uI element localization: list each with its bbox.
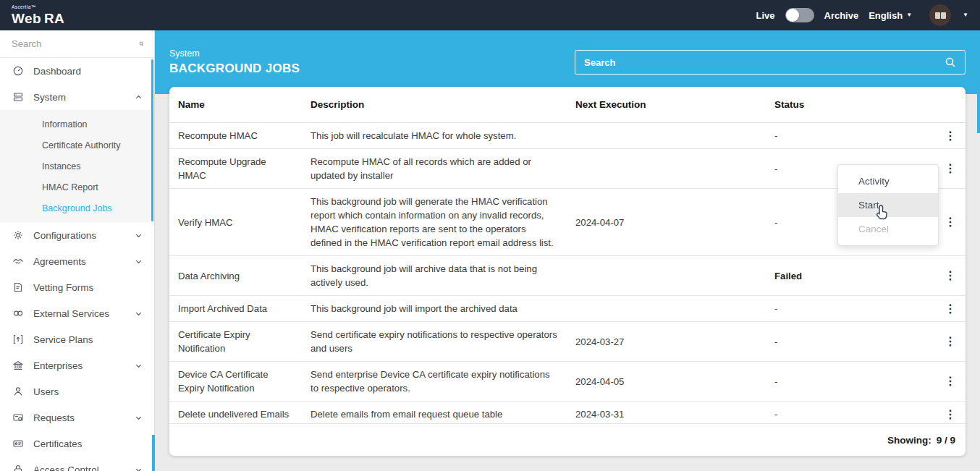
next-execution-cell [567,130,766,142]
context-menu-item-cancel: Cancel [838,217,938,241]
sidebar-item-certificate-authority[interactable]: Certificate Authority [0,135,154,156]
sidebar-item-label: Users [33,386,59,397]
sidebar-item-hmac-report[interactable]: HMAC Report [0,177,154,198]
page-header: System BACKGROUND JOBS [155,30,980,94]
job-description-cell: This background job will generate the HM… [302,189,567,255]
sidebar-item-system[interactable]: System [0,84,154,110]
context-menu-item-start[interactable]: Start [838,193,938,217]
actions-cell: ⋮ [936,127,965,145]
vetting-forms-icon [12,281,24,294]
sidebar-item-information[interactable]: Information [0,114,154,135]
table-row: Recompute HMACThis job will recalculate … [169,123,966,149]
sidebar-item-background-jobs[interactable]: Background Jobs [0,198,154,218]
job-description-cell: This background job will archive data th… [302,256,567,295]
actions-cell: ⋮ [936,300,965,318]
next-execution-cell [567,270,766,281]
row-actions-menu-button[interactable]: ⋮ [940,300,960,318]
row-actions-menu-button[interactable]: ⋮ [940,267,960,284]
context-menu-item-activity[interactable]: Activity [838,169,938,193]
status-cell: - [766,296,936,321]
live-label: Live [756,10,774,21]
column-header-description: Description [302,99,567,110]
main-content: System BACKGROUND JOBS Name Description … [155,30,980,471]
next-execution-cell: 2024-04-05 [567,369,766,394]
job-description-cell: Delete emails from email request queue t… [302,402,567,423]
requests-icon [12,412,24,424]
avatar[interactable] [929,4,951,26]
configurations-icon [12,229,24,242]
job-name-cell: Device CA Certificate Expiry Notificatio… [169,362,302,401]
table-search [575,50,966,75]
sidebar-nav: DashboardSystemInformationCertificate Au… [0,58,154,471]
sidebar-item-vetting-forms[interactable]: Vetting Forms [0,274,154,300]
sidebar-item-label: Enterprises [33,360,83,371]
sidebar-item-label: Agreements [33,256,86,267]
search-icon[interactable] [945,56,956,68]
sidebar-item-users[interactable]: Users [0,378,154,404]
sidebar-item-label: External Services [33,308,109,319]
agreements-icon [12,255,24,268]
topbar: Ascertia™ WebRA Live Archive English ▼ ▼ [0,0,980,30]
search-icon[interactable] [139,38,144,49]
job-name-cell: Certificate Expiry Notification [169,322,302,361]
access-control-icon [12,464,24,471]
next-execution-cell: 2024-04-07 [567,210,766,235]
page-title: BACKGROUND JOBS [169,61,300,76]
sidebar-scroll-indicator [152,435,155,471]
service-plans-icon [12,334,24,346]
job-name-cell: Recompute HMAC [169,123,302,148]
language-dropdown[interactable]: English ▼ [869,10,912,21]
row-actions-menu-button[interactable]: ⋮ [940,333,960,350]
job-description-cell: This background job will import the arch… [302,296,567,321]
row-actions-menu-button[interactable]: ⋮ [940,406,960,423]
sidebar-item-configurations[interactable]: Configurations [0,222,154,248]
sidebar-item-access-control[interactable]: Access Control [0,457,154,471]
sidebar-item-enterprises[interactable]: Enterprises [0,352,154,378]
brand-superscript: Ascertia™ [12,5,64,10]
language-label: English [869,10,903,21]
next-execution-cell: 2024-03-27 [567,329,766,355]
table-row: Delete undelivered EmailsDelete emails f… [169,402,966,423]
sidebar-item-service-plans[interactable]: Service Plans [0,326,154,352]
table-row: Device CA Certificate Expiry Notificatio… [169,362,966,402]
chevron-down-icon [135,362,143,370]
archive-label: Archive [824,10,859,21]
sidebar-item-label: Configurations [33,230,96,241]
table-row: Certificate Expiry NotificationSend cert… [169,322,966,362]
row-actions-menu-button[interactable]: ⋮ [940,213,960,231]
status-cell: - [766,123,936,148]
chevron-down-icon: ▼ [906,12,912,18]
sidebar-item-label: Vetting Forms [33,282,93,293]
row-actions-menu-button[interactable]: ⋮ [940,127,960,145]
sidebar-item-certificates[interactable]: Certificates [0,430,154,457]
sidebar-item-requests[interactable]: Requests [0,404,154,430]
sidebar-item-label: Service Plans [33,334,93,345]
sidebar-item-label: Dashboard [33,66,81,77]
chevron-down-icon [135,414,143,422]
sidebar-scrollbar-thumb[interactable] [151,59,153,221]
column-header-name: Name [169,99,302,110]
live-archive-toggle[interactable] [785,8,814,22]
column-header-status: Status [766,99,936,110]
status-cell: - [766,402,936,423]
sidebar-item-agreements[interactable]: Agreements [0,248,154,274]
table-search-input[interactable] [584,57,945,68]
status-cell: - [766,329,936,355]
sidebar-item-label: System [33,92,66,103]
dashboard-icon [12,65,24,77]
row-actions-menu-button[interactable]: ⋮ [940,160,960,177]
job-description-cell: Send certificate expiry notifications to… [302,322,567,361]
sidebar-item-external-services[interactable]: External Services [0,300,154,326]
table-footer: Showing: 9 / 9 [169,423,966,456]
enterprises-icon [12,360,24,372]
sidebar-item-dashboard[interactable]: Dashboard [0,58,154,84]
job-description-cell: Recompute HMAC of all records which are … [302,149,567,188]
job-name-cell: Import Archived Data [169,296,302,321]
sidebar-item-instances[interactable]: Instances [0,156,154,177]
row-actions-menu-button[interactable]: ⋮ [940,373,960,390]
sidebar-search-input[interactable] [12,38,139,49]
column-header-next-execution: Next Execution [567,99,766,110]
page-scrollbar-thumb[interactable] [977,32,980,133]
chevron-down-icon [135,310,143,318]
account-menu-caret-icon[interactable]: ▼ [963,12,968,18]
